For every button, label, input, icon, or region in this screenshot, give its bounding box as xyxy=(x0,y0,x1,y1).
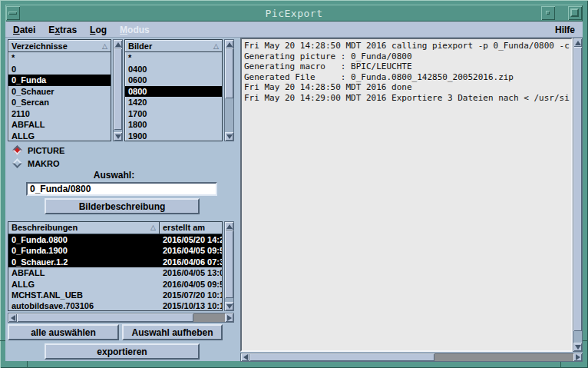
scroll-left-button[interactable] xyxy=(8,313,17,322)
minimize-button[interactable] xyxy=(541,6,555,20)
radio-picture[interactable]: PICTURE xyxy=(12,144,64,156)
table-row[interactable]: MCHST.ANL_UEB2015/07/20 10:1 xyxy=(8,290,222,300)
table-horizontal-scrollbar[interactable] xyxy=(8,313,234,323)
arrow-down-icon xyxy=(226,304,233,309)
menu-datei[interactable]: Datei xyxy=(8,23,41,37)
scrollbar-thumb[interactable] xyxy=(225,230,233,298)
scrollbar-trough[interactable] xyxy=(573,47,582,343)
radio-diamond-icon[interactable] xyxy=(12,145,22,155)
clear-selection-button[interactable]: Auswahl aufheben xyxy=(122,324,223,340)
list-item[interactable]: 1700 xyxy=(125,108,222,120)
list-item[interactable]: ABFALL xyxy=(8,119,111,131)
scroll-down-button[interactable] xyxy=(225,132,233,141)
scrollbar-thumb[interactable] xyxy=(17,313,193,322)
window-menu-icon xyxy=(8,12,17,15)
list-item[interactable]: 0_Schauer xyxy=(8,86,111,98)
window-menu-button[interactable] xyxy=(6,6,20,20)
export-button[interactable]: exportieren xyxy=(45,343,200,360)
frame-seam xyxy=(27,361,28,368)
table-row[interactable]: ABFALL2016/04/05 13:0 xyxy=(8,267,222,278)
table-vertical-scrollbar[interactable] xyxy=(224,221,234,311)
minimize-icon xyxy=(546,11,550,15)
sort-ascending-icon[interactable]: △ xyxy=(213,40,219,52)
selection-label: Auswahl: xyxy=(5,170,223,181)
menu-extras[interactable]: Extras xyxy=(43,23,82,37)
titlebar[interactable]: PicExport xyxy=(5,5,583,22)
scrollbar-trough[interactable] xyxy=(249,353,573,361)
log-vertical-scrollbar[interactable] xyxy=(573,38,583,352)
scroll-down-button[interactable] xyxy=(114,132,122,141)
scroll-down-button[interactable] xyxy=(225,302,233,310)
picture-description-button[interactable]: Bilderbeschreibung xyxy=(45,198,200,214)
menu-hilfe[interactable]: Hilfe xyxy=(549,23,581,37)
arrow-down-icon xyxy=(226,134,233,139)
selection-input[interactable] xyxy=(26,182,217,196)
select-all-button[interactable]: alle auswählen xyxy=(8,324,119,340)
directories-scrollbar[interactable] xyxy=(113,39,123,141)
scroll-left-button[interactable] xyxy=(241,353,249,361)
scroll-right-button[interactable] xyxy=(225,313,233,322)
scrollbar-trough[interactable] xyxy=(225,230,233,302)
list-item[interactable]: 0_Funda xyxy=(8,75,111,86)
maximize-button[interactable] xyxy=(568,6,582,20)
scrollbar-thumb[interactable] xyxy=(225,48,233,98)
cell-created-at: 2016/04/06 07:3 xyxy=(160,257,222,267)
arrow-up-icon xyxy=(115,42,121,47)
scroll-right-button[interactable] xyxy=(573,353,582,361)
radio-makro[interactable]: MAKRO xyxy=(12,157,60,169)
scrollbar-thumb[interactable] xyxy=(249,353,434,361)
radio-label: PICTURE xyxy=(28,146,64,155)
table-row[interactable]: 0_Schauer.1.22016/04/06 07:3 xyxy=(8,257,222,267)
sort-ascending-icon[interactable]: △ xyxy=(150,222,156,234)
cell-created-at: 2015/10/13 10:1 xyxy=(160,300,222,311)
scrollbar-trough[interactable] xyxy=(114,48,122,132)
scrollbar-trough[interactable] xyxy=(225,48,233,132)
list-item[interactable]: * xyxy=(125,52,222,64)
list-item[interactable]: 1800 xyxy=(125,119,222,131)
table-row[interactable]: autobildsave.7031062015/10/13 10:1 xyxy=(8,300,222,311)
log-horizontal-scrollbar[interactable] xyxy=(240,353,583,362)
log-text: Fri May 20 14:28:50 MDT 2016 calling pie… xyxy=(242,39,571,104)
scroll-up-button[interactable] xyxy=(225,222,233,230)
table-row[interactable]: 0_Funda.19002016/04/05 09:5 xyxy=(8,245,222,256)
list-item[interactable]: 0800 xyxy=(125,86,222,98)
list-item[interactable]: 1420 xyxy=(125,97,222,108)
list-item[interactable]: 0400 xyxy=(125,64,222,75)
log-output: Fri May 20 14:28:50 MDT 2016 calling pie… xyxy=(240,38,573,352)
list-item[interactable]: ALLG xyxy=(8,131,111,142)
arrow-left-icon xyxy=(11,315,15,321)
list-item[interactable]: 1900 xyxy=(125,131,222,142)
list-item[interactable]: 0600 xyxy=(125,75,222,86)
main-content: Verzeichnisse △ *00_Funda0_Schauer0_Serc… xyxy=(5,38,583,361)
scroll-up-button[interactable] xyxy=(573,38,582,47)
cell-description: MCHST.ANL_UEB xyxy=(8,290,160,300)
pictures-list-header[interactable]: Bilder △ xyxy=(125,40,222,52)
list-item[interactable]: * xyxy=(8,52,111,64)
window-title: PicExport xyxy=(5,8,583,19)
scroll-up-button[interactable] xyxy=(114,40,122,48)
table-row[interactable]: ALLG2016/04/05 09:5 xyxy=(8,279,222,290)
cell-description: 0_Funda.0800 xyxy=(8,234,160,245)
pictures-scrollbar[interactable] xyxy=(224,39,234,141)
column-header-beschreibungen[interactable]: Beschreibungen △ xyxy=(8,222,160,234)
list-item[interactable]: 0 xyxy=(8,64,111,75)
frame-seam xyxy=(560,361,561,368)
arrow-up-icon xyxy=(226,224,233,229)
list-item[interactable]: 2110 xyxy=(8,108,111,120)
picexport-window: PicExport DateiExtrasLogModus Hilfe Verz… xyxy=(0,0,588,368)
scroll-up-button[interactable] xyxy=(225,40,233,48)
list-item[interactable]: 0_Sercan xyxy=(8,97,111,108)
table-row[interactable]: 0_Funda.08002016/05/20 14:2 xyxy=(8,234,222,245)
scrollbar-trough[interactable] xyxy=(17,313,225,322)
menu-modus[interactable]: Modus xyxy=(114,23,155,37)
column-header-erstellt-am[interactable]: erstellt am xyxy=(160,222,222,234)
directories-list-header[interactable]: Verzeichnisse △ xyxy=(8,40,111,52)
menu-log[interactable]: Log xyxy=(84,23,112,37)
sort-ascending-icon[interactable]: △ xyxy=(102,40,107,52)
arrow-down-icon xyxy=(575,345,581,350)
radio-diamond-icon[interactable] xyxy=(12,158,22,168)
cell-created-at: 2015/07/20 10:1 xyxy=(160,290,222,300)
scrollbar-thumb[interactable] xyxy=(114,48,122,130)
scrollbar-thumb[interactable] xyxy=(573,47,582,331)
scroll-down-button[interactable] xyxy=(573,343,582,351)
